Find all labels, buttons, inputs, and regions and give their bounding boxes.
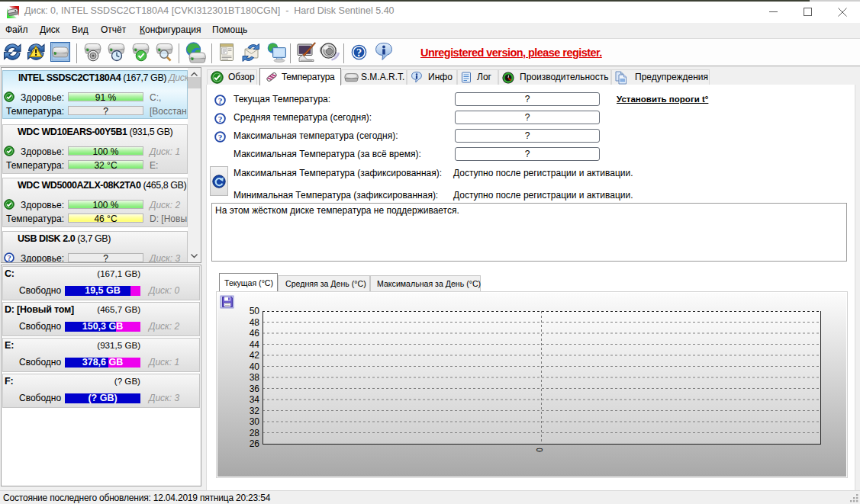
svg-text:42: 42 [250,350,260,361]
svg-text:46: 46 [250,328,260,339]
svg-text:32: 32 [250,406,260,416]
svg-text:38: 38 [250,372,260,383]
svg-text:30: 30 [250,416,260,427]
svg-text:40: 40 [250,361,260,372]
svg-text:34: 34 [250,394,260,405]
svg-text:26: 26 [250,438,260,449]
svg-text:48: 48 [250,317,260,328]
svg-text:36: 36 [250,384,260,394]
svg-text:28: 28 [250,428,260,438]
svg-text:50: 50 [250,306,260,316]
svg-text:44: 44 [250,339,260,350]
svg-text:0: 0 [535,448,543,452]
